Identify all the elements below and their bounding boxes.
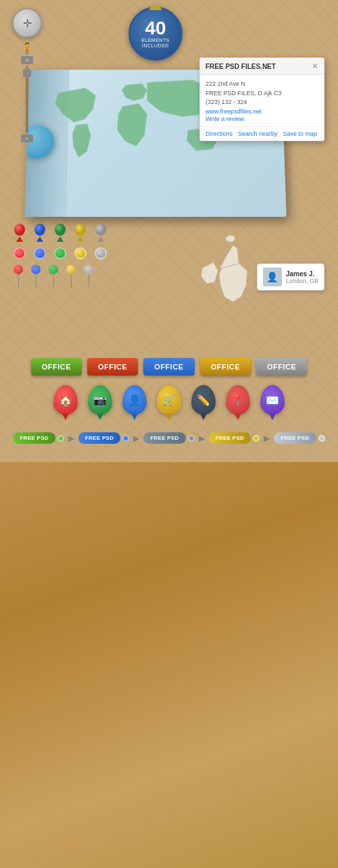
progress-item-3: FREE PSD bbox=[143, 432, 194, 444]
icon-pin-home: 🏠 bbox=[53, 385, 78, 415]
popup-review[interactable]: Write a review bbox=[206, 116, 244, 122]
zoom-minus-btn[interactable]: − bbox=[21, 134, 33, 143]
user-location: London, GB bbox=[286, 278, 318, 284]
dot-yellow bbox=[74, 247, 87, 259]
pin-red bbox=[14, 223, 26, 242]
arrow-4: ▶ bbox=[264, 434, 270, 443]
pill-green: FREE PSD bbox=[13, 432, 55, 444]
svg-point-10 bbox=[226, 235, 235, 242]
progress-section: FREE PSD ▶ FREE PSD ▶ FREE PSD ▶ FREE PS… bbox=[10, 432, 328, 444]
svg-point-2 bbox=[34, 224, 45, 236]
dot-blue bbox=[34, 247, 46, 259]
stick-head-gray bbox=[84, 265, 93, 274]
badge-text: ELEMENTSINCLUDED bbox=[141, 38, 170, 49]
stick-stem-gray bbox=[89, 274, 89, 288]
compass-icon: ✛ bbox=[23, 17, 32, 30]
popup-title: FREE PSD FILES.NET bbox=[206, 63, 276, 70]
dot-connector-2 bbox=[122, 435, 129, 442]
popup-save-btn[interactable]: Save to map bbox=[283, 130, 318, 137]
progress-item-1: FREE PSD bbox=[13, 432, 64, 444]
progress-item-4: FREE PSD bbox=[209, 432, 260, 444]
progress-item-2: FREE PSD bbox=[78, 432, 129, 444]
icon-pin-location: 📍 bbox=[226, 385, 250, 415]
bottom-section: Fully Layered ↪ LAYERS Normal Opacity: 1… bbox=[0, 462, 338, 868]
popup-actions: Directions Search nearby Save to map bbox=[200, 126, 324, 141]
pin-gray bbox=[95, 223, 107, 242]
svg-point-8 bbox=[95, 224, 106, 236]
svg-marker-9 bbox=[97, 236, 104, 242]
pin-yellow bbox=[74, 223, 87, 242]
scroll-thumb[interactable] bbox=[23, 69, 31, 77]
popup-close-btn[interactable]: ✕ bbox=[312, 61, 318, 71]
office-btn-red[interactable]: OFFICE bbox=[87, 358, 138, 376]
stick-pin-blue bbox=[31, 265, 41, 288]
stick-stem-yellow bbox=[71, 274, 72, 288]
popup-header: FREE PSD FILES.NET ✕ bbox=[200, 58, 324, 75]
svg-marker-1 bbox=[16, 236, 23, 242]
svg-marker-7 bbox=[77, 236, 84, 242]
pill-yellow: FREE PSD bbox=[209, 432, 251, 444]
scroll-bar: 🧍 + − bbox=[20, 42, 34, 143]
elements-badge: 40 ELEMENTSINCLUDED bbox=[128, 7, 183, 61]
person-icon: 🧍 bbox=[20, 42, 34, 55]
pin-blue bbox=[34, 223, 46, 242]
scroll-track bbox=[26, 66, 28, 133]
arrow-3: ▶ bbox=[199, 434, 205, 443]
compass-control[interactable]: ✛ bbox=[12, 8, 42, 38]
pill-lgray: FREE PSD bbox=[274, 432, 316, 444]
popup-nearby-btn[interactable]: Search nearby bbox=[238, 130, 278, 137]
user-name: James J. bbox=[286, 270, 318, 278]
user-info: James J. London, GB bbox=[286, 270, 318, 284]
dot-connector-3 bbox=[188, 435, 195, 442]
icon-pins-section: 🏠 📷 👤 🛒 ✏️ 📍 ✉️ bbox=[10, 385, 328, 415]
green-pin-svg bbox=[54, 223, 66, 242]
icon-pin-shopping: 🛒 bbox=[157, 385, 181, 415]
blue-pin-svg bbox=[34, 223, 46, 242]
svg-point-6 bbox=[75, 224, 86, 236]
badge-number: 40 bbox=[145, 19, 166, 38]
svg-point-0 bbox=[14, 224, 25, 236]
dot-connector-1 bbox=[57, 435, 64, 442]
icon-pin-mail: ✉️ bbox=[260, 385, 285, 415]
progress-item-5: FREE PSD bbox=[274, 432, 324, 444]
dot-green bbox=[54, 247, 66, 259]
stick-head-blue bbox=[31, 265, 41, 274]
popup-body: 222 2nd Ave N FREE PSD FILES, D Ajk C3 (… bbox=[200, 75, 324, 126]
stick-pin-yellow bbox=[66, 265, 76, 288]
pin-green bbox=[54, 223, 66, 242]
uk-map-section: 👤 James J. London, GB bbox=[189, 223, 324, 338]
popup-address2: FREE PSD FILES, D Ajk C3 bbox=[206, 89, 318, 98]
stick-pin-green bbox=[49, 265, 58, 288]
office-btn-yellow[interactable]: OFFICE bbox=[200, 358, 251, 376]
stick-pin-row bbox=[14, 265, 149, 288]
icon-pin-pen: ✏️ bbox=[191, 385, 216, 415]
pill-blue: FREE PSD bbox=[78, 432, 120, 444]
stick-stem-green bbox=[53, 274, 54, 288]
stick-pin-gray bbox=[84, 265, 93, 288]
gray-pin-svg bbox=[95, 223, 107, 242]
dot-connector-4 bbox=[253, 435, 260, 442]
zoom-plus-btn[interactable]: + bbox=[21, 56, 33, 64]
office-buttons-section: OFFICE OFFICE OFFICE OFFICE OFFICE bbox=[10, 358, 328, 376]
dot-gray bbox=[95, 247, 107, 259]
user-avatar: 👤 bbox=[263, 267, 282, 286]
stick-stem-blue bbox=[36, 274, 37, 288]
office-btn-gray[interactable]: OFFICE bbox=[256, 358, 307, 376]
popup-directions-btn[interactable]: Directions bbox=[206, 130, 233, 137]
dot-red bbox=[14, 247, 26, 259]
info-popup: FREE PSD FILES.NET ✕ 222 2nd Ave N FREE … bbox=[199, 57, 324, 141]
icon-pin-person: 👤 bbox=[122, 385, 147, 415]
icon-pin-camera: 📷 bbox=[88, 385, 112, 415]
stick-head-red bbox=[14, 265, 23, 274]
stick-head-yellow bbox=[66, 265, 76, 274]
popup-address1: 222 2nd Ave N bbox=[206, 80, 318, 88]
red-pin-svg bbox=[14, 223, 26, 242]
office-btn-green[interactable]: OFFICE bbox=[31, 358, 82, 376]
pins-section bbox=[14, 223, 149, 293]
svg-marker-3 bbox=[37, 236, 43, 242]
office-btn-blue[interactable]: OFFICE bbox=[143, 358, 194, 376]
stick-head-green bbox=[49, 265, 58, 274]
popup-website[interactable]: www.freepsdfiles.net bbox=[206, 108, 262, 115]
stick-stem-red bbox=[18, 274, 19, 288]
dot-marker-row bbox=[14, 247, 149, 259]
